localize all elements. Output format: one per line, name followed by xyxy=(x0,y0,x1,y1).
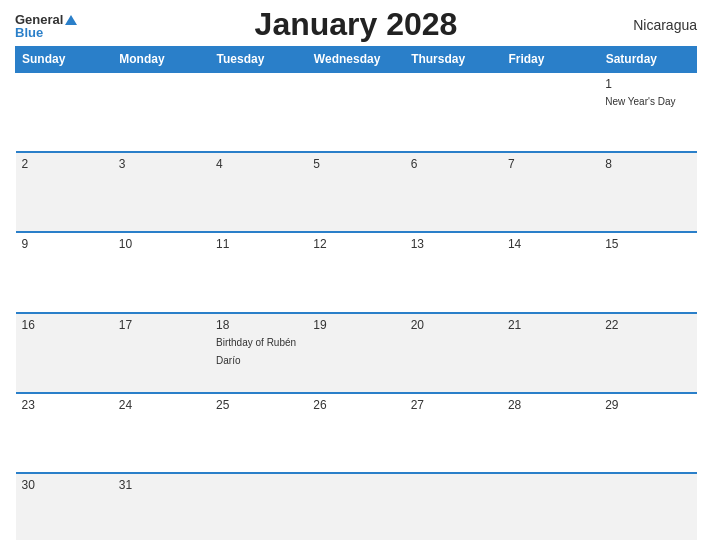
calendar-cell: 15 xyxy=(599,232,696,312)
day-number: 2 xyxy=(22,157,107,171)
logo-triangle-icon xyxy=(65,15,77,25)
calendar-cell xyxy=(405,473,502,540)
calendar-cell: 22 xyxy=(599,313,696,393)
calendar-cell: 28 xyxy=(502,393,599,473)
calendar-cell: 23 xyxy=(16,393,113,473)
calendar-cell xyxy=(210,473,307,540)
weekday-header-tuesday: Tuesday xyxy=(210,46,307,72)
weekday-header-saturday: Saturday xyxy=(599,46,696,72)
day-number: 27 xyxy=(411,398,496,412)
day-number: 23 xyxy=(22,398,107,412)
day-number: 30 xyxy=(22,478,107,492)
calendar-title: January 2028 xyxy=(255,6,458,43)
calendar-week-row: 1New Year's Day xyxy=(16,72,697,152)
calendar-cell: 9 xyxy=(16,232,113,312)
weekday-header-friday: Friday xyxy=(502,46,599,72)
calendar-cell xyxy=(405,72,502,152)
day-number: 5 xyxy=(313,157,398,171)
calendar-cell: 7 xyxy=(502,152,599,232)
calendar-cell: 8 xyxy=(599,152,696,232)
weekday-header-sunday: Sunday xyxy=(16,46,113,72)
calendar-week-row: 9101112131415 xyxy=(16,232,697,312)
calendar-cell: 27 xyxy=(405,393,502,473)
day-number: 25 xyxy=(216,398,301,412)
day-number: 26 xyxy=(313,398,398,412)
calendar-cell: 4 xyxy=(210,152,307,232)
calendar-cell: 14 xyxy=(502,232,599,312)
calendar-cell: 1New Year's Day xyxy=(599,72,696,152)
calendar-container: General Blue January 2028 Nicaragua Sund… xyxy=(0,0,712,550)
calendar-cell: 26 xyxy=(307,393,404,473)
logo: General Blue xyxy=(15,10,77,40)
calendar-cell: 30 xyxy=(16,473,113,540)
day-number: 11 xyxy=(216,237,301,251)
calendar-week-row: 23242526272829 xyxy=(16,393,697,473)
calendar-cell: 16 xyxy=(16,313,113,393)
calendar-cell: 19 xyxy=(307,313,404,393)
day-number: 17 xyxy=(119,318,204,332)
day-number: 28 xyxy=(508,398,593,412)
day-number: 9 xyxy=(22,237,107,251)
calendar-cell xyxy=(502,473,599,540)
calendar-cell: 12 xyxy=(307,232,404,312)
calendar-cell xyxy=(502,72,599,152)
calendar-cell: 20 xyxy=(405,313,502,393)
day-number: 12 xyxy=(313,237,398,251)
calendar-cell: 21 xyxy=(502,313,599,393)
day-number: 8 xyxy=(605,157,690,171)
day-number: 14 xyxy=(508,237,593,251)
calendar-cell xyxy=(113,72,210,152)
logo-blue-label: Blue xyxy=(15,26,43,40)
calendar-cell: 2 xyxy=(16,152,113,232)
weekday-header-thursday: Thursday xyxy=(405,46,502,72)
calendar-cell xyxy=(210,72,307,152)
day-number: 6 xyxy=(411,157,496,171)
calendar-cell: 3 xyxy=(113,152,210,232)
calendar-cell: 24 xyxy=(113,393,210,473)
calendar-cell: 11 xyxy=(210,232,307,312)
day-number: 13 xyxy=(411,237,496,251)
calendar-cell: 18Birthday of Rubén Darío xyxy=(210,313,307,393)
calendar-week-row: 161718Birthday of Rubén Darío19202122 xyxy=(16,313,697,393)
calendar-cell xyxy=(307,473,404,540)
calendar-table: SundayMondayTuesdayWednesdayThursdayFrid… xyxy=(15,46,697,540)
calendar-cell: 10 xyxy=(113,232,210,312)
day-number: 24 xyxy=(119,398,204,412)
day-number: 15 xyxy=(605,237,690,251)
day-number: 20 xyxy=(411,318,496,332)
calendar-week-row: 3031 xyxy=(16,473,697,540)
calendar-cell: 25 xyxy=(210,393,307,473)
country-label: Nicaragua xyxy=(633,17,697,33)
event-text: New Year's Day xyxy=(605,96,675,107)
day-number: 18 xyxy=(216,318,301,332)
calendar-week-row: 2345678 xyxy=(16,152,697,232)
day-number: 10 xyxy=(119,237,204,251)
calendar-cell: 31 xyxy=(113,473,210,540)
day-number: 4 xyxy=(216,157,301,171)
day-number: 3 xyxy=(119,157,204,171)
calendar-cell: 13 xyxy=(405,232,502,312)
calendar-cell: 5 xyxy=(307,152,404,232)
calendar-cell: 29 xyxy=(599,393,696,473)
calendar-cell xyxy=(16,72,113,152)
calendar-cell: 17 xyxy=(113,313,210,393)
day-number: 22 xyxy=(605,318,690,332)
day-number: 16 xyxy=(22,318,107,332)
calendar-cell xyxy=(599,473,696,540)
weekday-header-row: SundayMondayTuesdayWednesdayThursdayFrid… xyxy=(16,46,697,72)
day-number: 1 xyxy=(605,77,690,91)
day-number: 31 xyxy=(119,478,204,492)
day-number: 19 xyxy=(313,318,398,332)
weekday-header-monday: Monday xyxy=(113,46,210,72)
day-number: 7 xyxy=(508,157,593,171)
event-text: Birthday of Rubén Darío xyxy=(216,337,296,366)
weekday-header-wednesday: Wednesday xyxy=(307,46,404,72)
day-number: 29 xyxy=(605,398,690,412)
calendar-cell xyxy=(307,72,404,152)
calendar-cell: 6 xyxy=(405,152,502,232)
header: General Blue January 2028 Nicaragua xyxy=(15,10,697,40)
day-number: 21 xyxy=(508,318,593,332)
